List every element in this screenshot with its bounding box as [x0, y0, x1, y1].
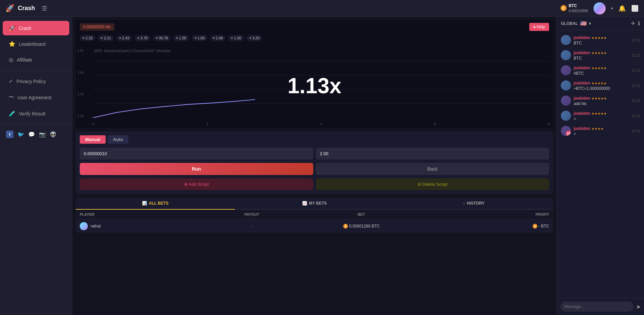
- discord-icon[interactable]: 💬: [28, 131, 35, 138]
- sidebar-divider-2: [0, 124, 72, 125]
- chat-time: 12:13: [632, 38, 640, 42]
- bets-tabs: 📊 ALL BETS 📈 MY BETS ○ HISTORY: [76, 198, 553, 210]
- btc-amount: 0.00010000: [569, 8, 588, 13]
- sidebar-item-leaderboard[interactable]: ⭐ Leaderboard: [3, 37, 69, 51]
- chat-msg-content: joebiden ★★★★★ BTC: [574, 50, 629, 61]
- chat-time: 12:14: [632, 114, 640, 118]
- tab-all-bets[interactable]: 📊 ALL BETS: [76, 198, 235, 210]
- chat-avatar: [561, 111, 571, 121]
- twitter-icon[interactable]: 🐦: [17, 131, 24, 138]
- sidebar-item-verify[interactable]: 🧪 Verify Result: [3, 106, 69, 121]
- bet-amount-input[interactable]: [80, 148, 313, 160]
- chat-text: #BTC: [574, 71, 629, 76]
- chat-toggle-button[interactable]: ⬜: [631, 5, 639, 12]
- chat-send-button[interactable]: ➤: [636, 304, 641, 310]
- main-layout: 🚀 Crash ⭐ Leaderboard ◎ Affiliate ✓ Priv…: [0, 17, 644, 315]
- header-bet: BET: [299, 212, 424, 216]
- chat-text: +: [574, 132, 629, 136]
- sidebar-item-affiliate[interactable]: ◎ Affiliate: [3, 53, 69, 67]
- back-button[interactable]: Back: [316, 163, 549, 175]
- chat-message: joebiden ★★★★★ add btc 12:13: [560, 94, 641, 108]
- sidebar-divider: [0, 70, 72, 71]
- chat-username: joebiden: [574, 50, 590, 55]
- y-label: 1.6x: [77, 71, 84, 74]
- chart-container: 0.00000000 btc ● Help 2.33 2.21 2.43 3.7…: [76, 20, 553, 128]
- privacy-icon: ✓: [9, 78, 13, 84]
- add-script-button[interactable]: ⊕ Add Script: [80, 178, 313, 190]
- sidebar-item-agreement[interactable]: 〜 User Agreement: [3, 90, 69, 105]
- tab-history[interactable]: ○ HISTORY: [394, 198, 553, 209]
- logo-icon: 🚀: [5, 4, 14, 13]
- chat-input[interactable]: [560, 302, 634, 312]
- chat-msg-content: joebiden ★★★★★ add btc: [574, 96, 629, 106]
- chat-panel: GLOBAL 🇺🇸 ▾ ✈ ℹ joebiden ★★★★★ BTC 12:13: [557, 17, 644, 315]
- chat-msg-content: joebiden ★★★★ +: [574, 126, 629, 136]
- btc-coin-icon: ₿: [343, 224, 348, 229]
- notifications-button[interactable]: 🔔: [618, 5, 626, 12]
- affiliate-icon: ◎: [9, 57, 13, 63]
- player-name: rathal: [91, 224, 101, 229]
- facebook-icon[interactable]: f: [6, 131, 13, 138]
- instagram-icon[interactable]: 📷: [39, 131, 46, 138]
- bet-amount: 0.00001280 BTC: [349, 224, 380, 229]
- header-player: PLAYER: [80, 212, 205, 216]
- global-badge[interactable]: GLOBAL 🇺🇸 ▾: [561, 20, 591, 27]
- sidebar-item-privacy[interactable]: ✓ Privacy Policy: [3, 74, 69, 89]
- history-pill: 2.21: [98, 35, 113, 41]
- send-icon-btn[interactable]: ✈: [631, 20, 635, 27]
- chat-stars: ★★★★★: [592, 66, 607, 70]
- chat-time: 12:13: [632, 54, 640, 57]
- chat-username: joebiden: [574, 126, 590, 131]
- cell-payout: -: [205, 224, 299, 229]
- btc-icon: ₿: [561, 5, 567, 11]
- run-button[interactable]: Run: [80, 163, 313, 175]
- chat-text: add btc: [574, 101, 629, 106]
- avatar-chevron-icon[interactable]: ▾: [611, 6, 613, 11]
- sidebar-label-verify: Verify Result: [19, 111, 45, 116]
- history-pills: 2.33 2.21 2.43 3.78 30.78 1.00 1.09 2.08…: [76, 34, 553, 44]
- manual-tab[interactable]: Manual: [80, 135, 106, 144]
- info-icon-btn[interactable]: ℹ: [638, 20, 640, 27]
- history-pill: 3.78: [135, 35, 150, 41]
- social-links: f 🐦 💬 📷 👽: [0, 127, 72, 141]
- chat-msg-content: joebiden ★★★★★ +BTC=1.000000000: [574, 80, 629, 91]
- sidebar-item-crash[interactable]: 🚀 Crash: [3, 21, 69, 35]
- history-pill: 1.00: [228, 35, 244, 41]
- chat-messages: joebiden ★★★★★ BTC 12:13 joebiden ★★★★★ …: [557, 30, 644, 298]
- chat-message: joebiden ★★★★★ #BTC 12:13: [560, 63, 641, 78]
- cell-bet: ₿ 0.00001280 BTC: [299, 224, 424, 229]
- chat-avatar: 10: [561, 126, 571, 136]
- sidebar: 🚀 Crash ⭐ Leaderboard ◎ Affiliate ✓ Priv…: [0, 17, 72, 315]
- chat-message: joebiden ★★★★★ = 12:14: [560, 109, 641, 123]
- chat-text: +BTC=1.000000000: [574, 86, 629, 91]
- chat-time: 12:13: [632, 69, 640, 72]
- auto-tab[interactable]: Auto: [108, 135, 129, 144]
- history-pill: 2.43: [116, 35, 132, 41]
- header-profit: PROFIT: [424, 212, 549, 216]
- topbar: 🚀 Crash ☰ ₿ BTC 0.00010000 ▾ 🔔 ⬜: [0, 0, 644, 17]
- history-pill: 3.20: [247, 35, 262, 41]
- sidebar-label-crash: Crash: [19, 26, 31, 31]
- multiplier-input[interactable]: [316, 148, 549, 160]
- x-label: 4: [320, 123, 322, 126]
- history-pill: 2.33: [80, 35, 95, 41]
- menu-icon[interactable]: ☰: [42, 5, 47, 12]
- reddit-icon[interactable]: 👽: [50, 131, 57, 138]
- sidebar-label-affiliate: Affiliate: [17, 57, 32, 63]
- help-button[interactable]: ● Help: [529, 23, 549, 31]
- app-title: Crash: [18, 5, 35, 12]
- avatar-button[interactable]: [594, 2, 606, 14]
- chart-area: MD5: 60cb8eb53a94117bceba65497 48e0dbd 1…: [76, 44, 553, 128]
- sidebar-label-leaderboard: Leaderboard: [19, 41, 45, 47]
- history-pill: 2.08: [210, 35, 225, 41]
- btc-info: ₿ BTC 0.00010000: [561, 3, 588, 13]
- y-label: 1.2x: [77, 114, 84, 118]
- chat-avatar: [561, 96, 571, 106]
- tab-my-bets[interactable]: 📈 MY BETS: [235, 198, 394, 209]
- y-label: 1.8x: [77, 49, 84, 53]
- cell-profit: ₿ - BTC: [424, 224, 549, 229]
- chat-username: joebiden: [574, 35, 590, 40]
- chat-msg-content: joebiden ★★★★★ BTC: [574, 35, 629, 45]
- delete-script-button[interactable]: ⊖ Delete Script: [316, 178, 549, 190]
- chat-message: joebiden ★★★★★ +BTC=1.000000000 12:13: [560, 78, 641, 93]
